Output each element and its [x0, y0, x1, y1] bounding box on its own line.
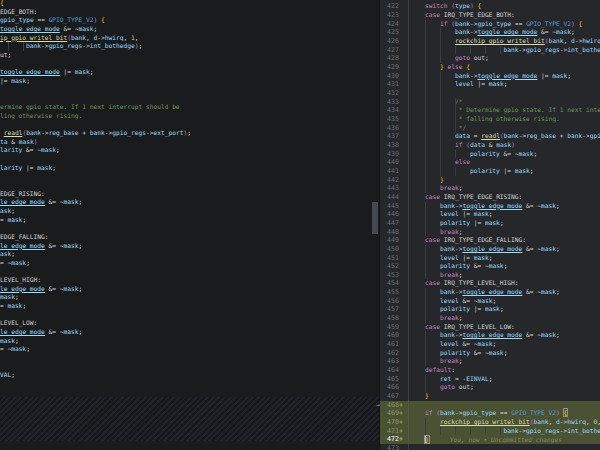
code-line[interactable]: 447 polarity |= mask;: [380, 219, 600, 228]
code-line[interactable]: case IRQ_TYPE_LEVEL_HIGH:: [0, 276, 380, 285]
code-line[interactable]: level &= ~mask;: [0, 337, 380, 346]
code-line-content[interactable]: case IRQ_TYPE_EDGE_BOTH:: [409, 11, 600, 20]
code-line[interactable]: 444 case IRQ_TYPE_EDGE_RISING:: [380, 193, 600, 202]
code-line-content[interactable]: [409, 401, 600, 410]
code-line[interactable]: 462 polarity &= ~mask;: [380, 349, 600, 358]
code-line-content[interactable]: break;: [409, 314, 600, 323]
code-line[interactable]: * Determine gpio state. If 1 next interr…: [0, 103, 380, 112]
code-line[interactable]: switch (type) {: [0, 0, 380, 8]
code-line[interactable]: 443 break;: [380, 184, 600, 193]
code-line[interactable]: 442 }: [380, 176, 600, 185]
code-line-content[interactable]: break;: [409, 184, 600, 193]
line-number-gutter[interactable]: 447: [380, 219, 409, 228]
code-line[interactable]: bank->toggle_edge_mode &= ~mask;: [0, 25, 380, 34]
line-number-gutter[interactable]: 470+: [380, 418, 409, 427]
code-line[interactable]: if (bank->gpio_type == GPIO_TYPE_V2) {: [0, 16, 380, 25]
code-line[interactable]: default:: [0, 363, 380, 372]
line-number-gutter[interactable]: 458: [380, 314, 409, 323]
code-line-content[interactable]: polarity &= ~mask;: [409, 262, 600, 271]
code-line-content[interactable]: switch (type) {: [409, 2, 600, 11]
code-line[interactable]: break;: [0, 354, 380, 363]
code-line-content[interactable]: polarity &= ~mask;: [409, 150, 600, 159]
code-line[interactable]: level |= mask;: [0, 250, 380, 259]
code-line[interactable]: } else {: [0, 60, 380, 69]
code-line[interactable]: bank->toggle_edge_mode &= ~mask;: [0, 285, 380, 294]
line-number-gutter[interactable]: 462: [380, 349, 409, 358]
code-line-content[interactable]: data = readl(bank->reg_base + bank->gpio…: [409, 132, 600, 141]
code-line-content[interactable]: break;: [409, 271, 600, 280]
code-line-content[interactable]: ret = -EINVAL;: [409, 375, 600, 384]
code-line[interactable]: 438 if (data & mask): [380, 141, 600, 150]
line-number-gutter[interactable]: 463: [380, 357, 409, 366]
code-line-content[interactable]: bank->gpio_regs->int_bothedge);: [409, 46, 600, 55]
code-line[interactable]: break;: [0, 311, 380, 320]
code-line[interactable]: 424 if (bank->gpio_type == GPIO_TYPE_V2)…: [380, 20, 600, 29]
line-number-gutter[interactable]: 446: [380, 210, 409, 219]
code-line[interactable]: polarity |= mask;: [0, 216, 380, 225]
line-number-gutter[interactable]: 459: [380, 323, 409, 332]
line-number-gutter[interactable]: 433: [380, 98, 409, 107]
line-number-gutter[interactable]: 436: [380, 124, 409, 133]
code-line[interactable]: */: [0, 120, 380, 129]
line-number-gutter[interactable]: 461: [380, 340, 409, 349]
code-line[interactable]: bank->toggle_edge_mode &= ~mask;: [0, 328, 380, 337]
diff-modified-pane[interactable]: 421422 switch (type) {423 case IRQ_TYPE_…: [380, 0, 600, 450]
line-number-gutter[interactable]: 467: [380, 392, 409, 401]
code-line[interactable]: 449 case IRQ_TYPE_EDGE_FALLING:: [380, 236, 600, 245]
code-line-added[interactable]: →468+: [380, 401, 600, 410]
code-line[interactable]: 425 bank->toggle_edge_mode &= ~mask;: [380, 28, 600, 37]
code-line[interactable]: polarity &= ~mask;: [0, 259, 380, 268]
code-line[interactable]: data = readl(bank->reg_base + bank->gpio…: [0, 129, 380, 138]
code-line-content[interactable]: bank->toggle_edge_mode &= ~mask;: [409, 28, 600, 37]
code-line[interactable]: case IRQ_TYPE_LEVEL_LOW:: [0, 319, 380, 328]
code-line[interactable]: break;: [0, 224, 380, 233]
code-line-content[interactable]: level &= ~mask;: [409, 297, 600, 306]
code-line[interactable]: if (data & mask): [0, 138, 380, 147]
code-line[interactable]: 448 break;: [380, 228, 600, 237]
code-line[interactable]: 451 level |= mask;: [380, 254, 600, 263]
code-line[interactable]: level &= ~mask;: [0, 293, 380, 302]
code-line-content[interactable]: [409, 444, 600, 450]
code-line[interactable]: else: [0, 155, 380, 164]
code-line-content[interactable]: bank->toggle_edge_mode &= ~mask;: [409, 288, 600, 297]
code-line[interactable]: 445 bank->toggle_edge_mode &= ~mask;: [380, 202, 600, 211]
code-line[interactable]: 457 polarity |= mask;: [380, 305, 600, 314]
code-line[interactable]: 454 case IRQ_TYPE_LEVEL_HIGH:: [380, 279, 600, 288]
code-line-content[interactable]: level |= mask;: [409, 80, 600, 89]
line-number-gutter[interactable]: 424: [380, 20, 409, 29]
line-number-gutter[interactable]: 450: [380, 245, 409, 254]
line-number-gutter[interactable]: 473: [380, 444, 409, 450]
code-line[interactable]: 426 rockchip_gpio_writel_bit(bank, d->hw…: [380, 37, 600, 46]
code-line-content[interactable]: if (data & mask): [409, 141, 600, 150]
code-line-content[interactable]: default:: [409, 366, 600, 375]
code-line[interactable]: break;: [0, 268, 380, 277]
code-line-content[interactable]: }: [409, 176, 600, 185]
code-line-content[interactable]: case IRQ_TYPE_EDGE_FALLING:: [409, 236, 600, 245]
line-number-gutter[interactable]: 426: [380, 37, 409, 46]
code-line-content[interactable]: * falling otherwise rising.: [409, 115, 600, 124]
code-line[interactable]: level |= mask;: [0, 207, 380, 216]
code-line-content[interactable]: level &= ~mask;: [409, 340, 600, 349]
code-line-content[interactable]: case IRQ_TYPE_EDGE_RISING:: [409, 193, 600, 202]
left-pane-scrollbar-thumb[interactable]: [372, 202, 378, 234]
code-line[interactable]: 473: [380, 444, 600, 450]
line-number-gutter[interactable]: 465: [380, 375, 409, 384]
line-number-gutter[interactable]: 440: [380, 158, 409, 167]
code-line[interactable]: 439 polarity &= ~mask;: [380, 150, 600, 159]
line-number-gutter[interactable]: 443: [380, 184, 409, 193]
line-number-gutter[interactable]: 466: [380, 383, 409, 392]
code-line-content[interactable]: goto out;: [409, 383, 600, 392]
code-line[interactable]: 430 bank->toggle_edge_mode |= mask;: [380, 72, 600, 81]
line-number-gutter[interactable]: 460: [380, 331, 409, 340]
code-line-added[interactable]: 470+ rockchip_gpio_writel_bit(bank, d->h…: [380, 418, 600, 427]
code-line[interactable]: 434 * Determine gpio state. If 1 next in…: [380, 106, 600, 115]
code-line-content[interactable]: if (bank->gpio_type == GPIO_TYPE_V2) {: [409, 20, 600, 29]
line-number-gutter[interactable]: 457: [380, 305, 409, 314]
code-line-content[interactable]: bank->toggle_edge_mode |= mask;: [409, 72, 600, 81]
code-line-content[interactable]: bank->toggle_edge_mode &= ~mask;: [409, 245, 600, 254]
line-number-gutter[interactable]: 425: [380, 28, 409, 37]
code-line[interactable]: 422 switch (type) {: [380, 2, 600, 11]
line-number-gutter[interactable]: 451: [380, 254, 409, 263]
code-line[interactable]: 466 goto out;: [380, 383, 600, 392]
diff-original-pane[interactable]: switch (type) { case IRQ_TYPE_EDGE_BOTH:…: [0, 0, 380, 450]
